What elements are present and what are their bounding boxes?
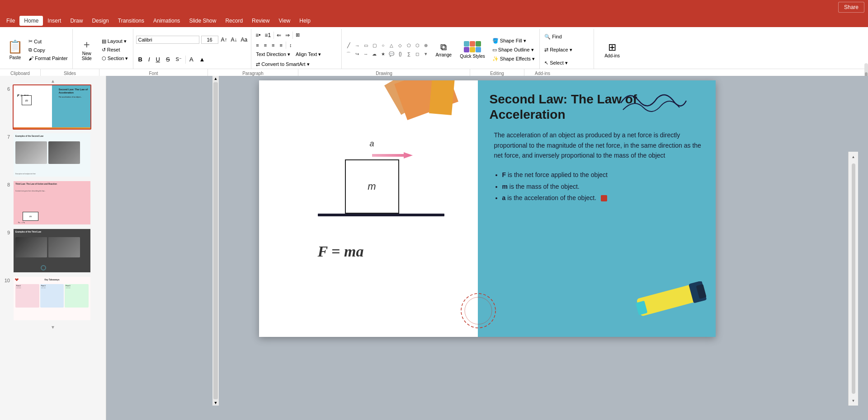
layout-label: Layout ▾	[108, 38, 127, 44]
font-size-decrease-button[interactable]: A↓	[230, 36, 238, 44]
section-button[interactable]: ⬡ Section ▾	[100, 55, 130, 62]
shape-cloud[interactable]: ☁	[370, 50, 378, 58]
right-controls: ▲ ▼	[848, 152, 858, 406]
align-text-button[interactable]: Align Text ▾	[294, 51, 323, 58]
vertical-scroll-left[interactable]: ▲ ▼	[212, 76, 219, 406]
shape-rect-round[interactable]: ▢	[370, 42, 378, 50]
scroll-down-arrow[interactable]: ▼	[213, 400, 218, 406]
shape-outline-button[interactable]: ▭ Shape Outline ▾	[491, 46, 537, 54]
italic-button[interactable]: I	[146, 55, 152, 64]
shape-expand[interactable]: ▾	[422, 50, 430, 58]
text-direction-button[interactable]: Text Direction ▾	[254, 51, 292, 58]
align-center-button[interactable]: ≡	[262, 42, 269, 49]
shape-curve[interactable]: ⌒	[344, 50, 353, 58]
shape-double-arrow[interactable]: ↔	[362, 50, 370, 58]
menu-record[interactable]: Record	[221, 16, 247, 26]
bullets-button[interactable]: ≡•	[254, 31, 262, 39]
shape-hexagon[interactable]: ⬡	[413, 42, 421, 50]
clear-format-button[interactable]: Aa	[240, 36, 249, 44]
slide-item-8[interactable]: 8 Third Law: The Law of Action and React…	[2, 180, 104, 225]
menu-view[interactable]: View	[274, 16, 295, 26]
slide-item-7[interactable]: 7 Examples of the Second Law Description…	[2, 132, 104, 177]
shape-bent-arrow[interactable]: ↪	[353, 50, 361, 58]
shape-pentagon[interactable]: ⬠	[405, 42, 413, 50]
font-color-button[interactable]: A	[187, 55, 196, 64]
scroll-up-arrow[interactable]: ▲	[213, 76, 218, 81]
strikethrough-button[interactable]: S	[164, 55, 172, 64]
numbering-button[interactable]: ≡1	[263, 31, 272, 39]
bold-button[interactable]: B	[136, 55, 145, 64]
convert-smartart-button[interactable]: ⇄ Convert to SmartArt ▾	[254, 61, 311, 68]
shape-ellipse[interactable]: ○	[379, 42, 387, 50]
slide-thumb-7[interactable]: Examples of the Second Law Description a…	[13, 132, 91, 177]
slide-canvas[interactable]: a m	[259, 80, 716, 337]
slide-thumb-8[interactable]: Third Law: The Law of Action and Reactio…	[13, 180, 91, 225]
shape-star[interactable]: ★	[379, 50, 387, 58]
shape-fill-button[interactable]: 🪣 Shape Fill ▾	[491, 37, 537, 45]
add-ins-button[interactable]: ⊞ Add-ins	[601, 40, 623, 60]
arrange-label: Arrange	[435, 52, 452, 57]
font-name-input[interactable]	[136, 36, 199, 44]
shape-diamond[interactable]: ◇	[396, 42, 404, 50]
shape-arrow[interactable]: →	[353, 42, 361, 50]
layout-button[interactable]: ▤ Layout ▾	[100, 37, 130, 45]
reset-button[interactable]: ↺ Reset	[100, 46, 130, 54]
select-button[interactable]: ↖ Select ▾	[542, 59, 591, 67]
highlight-button[interactable]: ▲	[197, 55, 208, 64]
replace-button[interactable]: ⇄ Replace ▾	[542, 46, 591, 54]
menu-insert[interactable]: Insert	[43, 16, 66, 26]
menu-transitions[interactable]: Transitions	[113, 16, 149, 26]
formula-text: F = ma	[318, 243, 364, 260]
align-left-button[interactable]: ≡	[254, 42, 260, 49]
menu-design[interactable]: Design	[87, 16, 113, 26]
menu-slideshow[interactable]: Slide Show	[184, 16, 221, 26]
underline-button[interactable]: U	[154, 55, 162, 64]
menu-help[interactable]: Help	[295, 16, 315, 26]
columns-button[interactable]: ⊞	[294, 31, 301, 39]
slide-item-9[interactable]: 9 Examples of the Third Law	[2, 228, 104, 273]
font-size-increase-button[interactable]: A↑	[220, 36, 228, 44]
shape-flowchart[interactable]: ◻	[413, 50, 421, 58]
right-scroll-down[interactable]: ▼	[850, 397, 857, 404]
find-button[interactable]: 🔍 Find	[542, 33, 591, 41]
slide-item-10[interactable]: 10 Key Takeaways Point 1 Text here Point…	[2, 276, 104, 321]
new-slide-button[interactable]: + NewSlide	[75, 37, 98, 63]
quick-styles-button[interactable]: Quick Styles	[457, 40, 488, 60]
slide-thumb-9[interactable]: Examples of the Third Law	[13, 228, 91, 273]
shape-callout[interactable]: 💬	[387, 50, 396, 58]
menu-home[interactable]: Home	[19, 16, 43, 26]
shape-rect[interactable]: ▭	[362, 42, 370, 50]
slide-thumb-10[interactable]: Key Takeaways Point 1 Text here Point 2 …	[13, 276, 91, 321]
decrease-indent-button[interactable]: ⇐	[275, 31, 283, 39]
cut-button[interactable]: ✂ Cut	[27, 37, 70, 45]
shape-line[interactable]: ╱	[344, 42, 353, 50]
copy-label: Copy	[33, 47, 45, 53]
ground-line	[318, 214, 444, 216]
shape-equation[interactable]: ∑	[405, 50, 413, 58]
justify-button[interactable]: ≡	[278, 42, 284, 49]
increase-indent-button[interactable]: ⇒	[284, 31, 291, 39]
share-button[interactable]: Share	[838, 2, 864, 13]
align-right-button[interactable]: ≡	[270, 42, 276, 49]
shadow-button[interactable]: S⁻	[174, 56, 184, 63]
slide-item-6[interactable]: 6 Second Law: The Law of Acceleration Th…	[2, 84, 104, 130]
add-ins-icon: ⊞	[608, 42, 616, 53]
shape-triangle[interactable]: △	[387, 42, 396, 50]
font-size-input[interactable]	[201, 36, 218, 44]
right-scrollbar[interactable]	[852, 163, 855, 394]
format-painter-button[interactable]: 🖌 Format Painter	[27, 55, 70, 62]
shape-effects-button[interactable]: ✨ Shape Effects ▾	[491, 55, 537, 63]
menu-file[interactable]: File	[2, 16, 19, 26]
menu-animations[interactable]: Animations	[149, 16, 184, 26]
line-spacing-button[interactable]: ↕	[288, 42, 294, 49]
menu-review[interactable]: Review	[247, 16, 274, 26]
shape-bracket[interactable]: {}	[396, 50, 404, 58]
menu-draw[interactable]: Draw	[66, 16, 87, 26]
slide-thumb-6[interactable]: Second Law: The Law of Acceleration The …	[13, 84, 91, 130]
arrange-button[interactable]: ⧉ Arrange	[433, 41, 454, 59]
shape-more[interactable]: ⊕	[422, 42, 430, 50]
paste-button[interactable]: 📋 Paste	[5, 37, 26, 62]
copy-button[interactable]: ⧉ Copy	[27, 46, 70, 54]
right-scroll-up[interactable]: ▲	[850, 154, 857, 160]
paragraph-group: ≡• ≡1 ⇐ ⇒ ⊞ ≡ ≡ ≡ ≡ ↕ Text Dire	[251, 29, 342, 69]
